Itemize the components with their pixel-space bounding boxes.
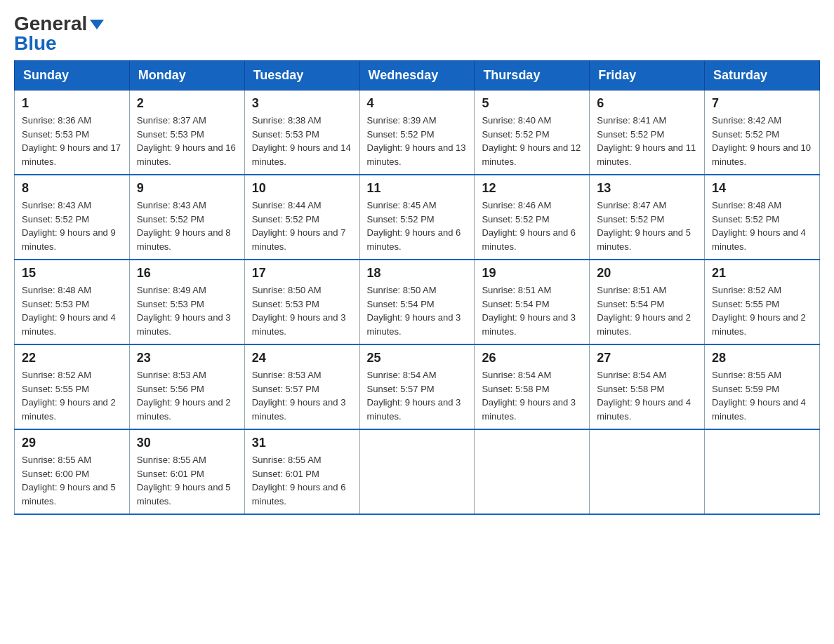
day-info: Sunrise: 8:47 AMSunset: 5:52 PMDaylight:… bbox=[597, 199, 697, 253]
calendar-cell-week4-day2: 24Sunrise: 8:53 AMSunset: 5:57 PMDayligh… bbox=[244, 344, 359, 429]
day-info: Sunrise: 8:52 AMSunset: 5:55 PMDaylight:… bbox=[712, 283, 812, 338]
calendar-cell-week4-day6: 28Sunrise: 8:55 AMSunset: 5:59 PMDayligh… bbox=[705, 344, 820, 429]
day-number: 26 bbox=[482, 351, 582, 365]
weekday-header-wednesday: Wednesday bbox=[359, 61, 475, 90]
calendar-cell-week1-day1: 2Sunrise: 8:37 AMSunset: 5:53 PMDaylight… bbox=[129, 90, 244, 175]
day-number: 29 bbox=[22, 436, 122, 450]
weekday-header-friday: Friday bbox=[590, 61, 705, 90]
calendar-cell-week1-day0: 1Sunrise: 8:36 AMSunset: 5:53 PMDaylight… bbox=[15, 90, 130, 175]
day-number: 6 bbox=[597, 96, 697, 111]
week-row-1: 1Sunrise: 8:36 AMSunset: 5:53 PMDaylight… bbox=[15, 90, 820, 175]
day-info: Sunrise: 8:55 AMSunset: 6:01 PMDaylight:… bbox=[252, 453, 352, 508]
day-number: 17 bbox=[252, 266, 352, 281]
day-number: 31 bbox=[252, 436, 352, 450]
day-info: Sunrise: 8:44 AMSunset: 5:52 PMDaylight:… bbox=[252, 199, 352, 253]
logo-general-text: General bbox=[14, 13, 87, 34]
day-info: Sunrise: 8:39 AMSunset: 5:52 PMDaylight:… bbox=[367, 114, 468, 168]
logo-triangle-icon bbox=[90, 20, 104, 29]
day-info: Sunrise: 8:51 AMSunset: 5:54 PMDaylight:… bbox=[482, 283, 582, 338]
day-number: 4 bbox=[367, 96, 468, 111]
calendar-cell-week5-day0: 29Sunrise: 8:55 AMSunset: 6:00 PMDayligh… bbox=[15, 429, 130, 514]
header: General Blue bbox=[14, 14, 820, 53]
calendar-cell-week1-day5: 6Sunrise: 8:41 AMSunset: 5:52 PMDaylight… bbox=[590, 90, 705, 175]
weekday-header-monday: Monday bbox=[129, 61, 244, 90]
day-info: Sunrise: 8:53 AMSunset: 5:57 PMDaylight:… bbox=[252, 368, 352, 423]
day-number: 24 bbox=[252, 351, 352, 365]
day-info: Sunrise: 8:40 AMSunset: 5:52 PMDaylight:… bbox=[482, 114, 582, 168]
calendar-cell-week3-day6: 21Sunrise: 8:52 AMSunset: 5:55 PMDayligh… bbox=[705, 260, 820, 344]
day-info: Sunrise: 8:53 AMSunset: 5:56 PMDaylight:… bbox=[137, 368, 237, 423]
week-row-5: 29Sunrise: 8:55 AMSunset: 6:00 PMDayligh… bbox=[15, 429, 820, 514]
calendar-cell-week2-day6: 14Sunrise: 8:48 AMSunset: 5:52 PMDayligh… bbox=[705, 175, 820, 260]
day-info: Sunrise: 8:38 AMSunset: 5:53 PMDaylight:… bbox=[252, 114, 352, 168]
calendar-cell-week5-day3 bbox=[359, 429, 475, 514]
logo: General Blue bbox=[14, 14, 104, 53]
day-info: Sunrise: 8:51 AMSunset: 5:54 PMDaylight:… bbox=[597, 283, 697, 338]
day-info: Sunrise: 8:48 AMSunset: 5:52 PMDaylight:… bbox=[712, 199, 812, 253]
calendar-cell-week3-day3: 18Sunrise: 8:50 AMSunset: 5:54 PMDayligh… bbox=[359, 260, 475, 344]
day-info: Sunrise: 8:54 AMSunset: 5:58 PMDaylight:… bbox=[482, 368, 582, 423]
day-number: 27 bbox=[597, 351, 697, 365]
calendar-cell-week1-day4: 5Sunrise: 8:40 AMSunset: 5:52 PMDaylight… bbox=[475, 90, 590, 175]
calendar-cell-week3-day0: 15Sunrise: 8:48 AMSunset: 5:53 PMDayligh… bbox=[15, 260, 130, 344]
day-info: Sunrise: 8:54 AMSunset: 5:57 PMDaylight:… bbox=[367, 368, 468, 423]
day-info: Sunrise: 8:43 AMSunset: 5:52 PMDaylight:… bbox=[137, 199, 237, 253]
calendar-cell-week5-day1: 30Sunrise: 8:55 AMSunset: 6:01 PMDayligh… bbox=[129, 429, 244, 514]
day-number: 7 bbox=[712, 96, 812, 111]
calendar-cell-week3-day4: 19Sunrise: 8:51 AMSunset: 5:54 PMDayligh… bbox=[475, 260, 590, 344]
day-info: Sunrise: 8:48 AMSunset: 5:53 PMDaylight:… bbox=[22, 283, 122, 338]
day-number: 5 bbox=[482, 96, 582, 111]
day-info: Sunrise: 8:50 AMSunset: 5:54 PMDaylight:… bbox=[367, 283, 468, 338]
week-row-3: 15Sunrise: 8:48 AMSunset: 5:53 PMDayligh… bbox=[15, 260, 820, 344]
day-number: 10 bbox=[252, 181, 352, 196]
day-number: 9 bbox=[137, 181, 237, 196]
day-number: 16 bbox=[137, 266, 237, 281]
calendar-cell-week4-day5: 27Sunrise: 8:54 AMSunset: 5:58 PMDayligh… bbox=[590, 344, 705, 429]
day-info: Sunrise: 8:37 AMSunset: 5:53 PMDaylight:… bbox=[137, 114, 237, 168]
day-number: 14 bbox=[712, 181, 812, 196]
calendar-cell-week4-day0: 22Sunrise: 8:52 AMSunset: 5:55 PMDayligh… bbox=[15, 344, 130, 429]
day-info: Sunrise: 8:42 AMSunset: 5:52 PMDaylight:… bbox=[712, 114, 812, 168]
day-number: 19 bbox=[482, 266, 582, 281]
day-number: 22 bbox=[22, 351, 122, 365]
day-info: Sunrise: 8:43 AMSunset: 5:52 PMDaylight:… bbox=[22, 199, 122, 253]
day-info: Sunrise: 8:41 AMSunset: 5:52 PMDaylight:… bbox=[597, 114, 697, 168]
calendar-cell-week5-day5 bbox=[590, 429, 705, 514]
day-number: 20 bbox=[597, 266, 697, 281]
calendar-cell-week5-day6 bbox=[705, 429, 820, 514]
calendar-cell-week2-day4: 12Sunrise: 8:46 AMSunset: 5:52 PMDayligh… bbox=[475, 175, 590, 260]
day-number: 8 bbox=[22, 181, 122, 196]
day-info: Sunrise: 8:55 AMSunset: 5:59 PMDaylight:… bbox=[712, 368, 812, 423]
day-number: 15 bbox=[22, 266, 122, 281]
day-number: 12 bbox=[482, 181, 582, 196]
day-info: Sunrise: 8:54 AMSunset: 5:58 PMDaylight:… bbox=[597, 368, 697, 423]
calendar-cell-week5-day2: 31Sunrise: 8:55 AMSunset: 6:01 PMDayligh… bbox=[244, 429, 359, 514]
weekday-header-thursday: Thursday bbox=[475, 61, 590, 90]
logo-top-line: General bbox=[14, 14, 104, 34]
day-number: 3 bbox=[252, 96, 352, 111]
weekday-header-saturday: Saturday bbox=[705, 61, 820, 90]
day-info: Sunrise: 8:55 AMSunset: 6:00 PMDaylight:… bbox=[22, 453, 122, 508]
logo-blue-text: Blue bbox=[14, 34, 57, 53]
calendar-cell-week2-day3: 11Sunrise: 8:45 AMSunset: 5:52 PMDayligh… bbox=[359, 175, 475, 260]
day-number: 11 bbox=[367, 181, 468, 196]
day-number: 18 bbox=[367, 266, 468, 281]
day-info: Sunrise: 8:36 AMSunset: 5:53 PMDaylight:… bbox=[22, 114, 122, 168]
calendar-cell-week3-day2: 17Sunrise: 8:50 AMSunset: 5:53 PMDayligh… bbox=[244, 260, 359, 344]
calendar-cell-week5-day4 bbox=[475, 429, 590, 514]
calendar-cell-week4-day4: 26Sunrise: 8:54 AMSunset: 5:58 PMDayligh… bbox=[475, 344, 590, 429]
calendar-cell-week3-day5: 20Sunrise: 8:51 AMSunset: 5:54 PMDayligh… bbox=[590, 260, 705, 344]
calendar-cell-week2-day5: 13Sunrise: 8:47 AMSunset: 5:52 PMDayligh… bbox=[590, 175, 705, 260]
day-info: Sunrise: 8:46 AMSunset: 5:52 PMDaylight:… bbox=[482, 199, 582, 253]
calendar-table: SundayMondayTuesdayWednesdayThursdayFrid… bbox=[14, 60, 820, 515]
calendar-cell-week2-day1: 9Sunrise: 8:43 AMSunset: 5:52 PMDaylight… bbox=[129, 175, 244, 260]
weekday-header-sunday: Sunday bbox=[15, 61, 130, 90]
weekday-header-row: SundayMondayTuesdayWednesdayThursdayFrid… bbox=[15, 61, 820, 90]
day-info: Sunrise: 8:50 AMSunset: 5:53 PMDaylight:… bbox=[252, 283, 352, 338]
calendar-cell-week1-day6: 7Sunrise: 8:42 AMSunset: 5:52 PMDaylight… bbox=[705, 90, 820, 175]
calendar-cell-week1-day2: 3Sunrise: 8:38 AMSunset: 5:53 PMDaylight… bbox=[244, 90, 359, 175]
day-info: Sunrise: 8:55 AMSunset: 6:01 PMDaylight:… bbox=[137, 453, 237, 508]
calendar-cell-week4-day1: 23Sunrise: 8:53 AMSunset: 5:56 PMDayligh… bbox=[129, 344, 244, 429]
day-number: 25 bbox=[367, 351, 468, 365]
week-row-2: 8Sunrise: 8:43 AMSunset: 5:52 PMDaylight… bbox=[15, 175, 820, 260]
